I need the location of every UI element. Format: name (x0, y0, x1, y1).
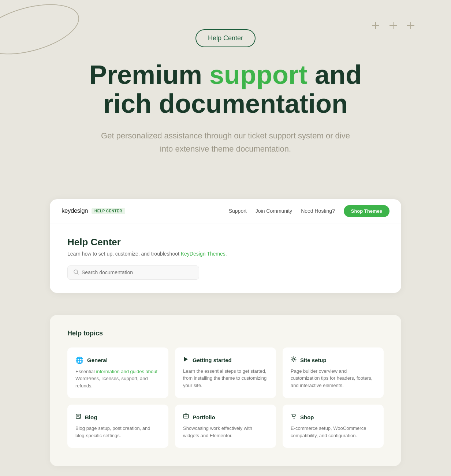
topic-title-portfolio: Portfolio (193, 414, 215, 420)
topic-desc-blog: Blog page setup, post creation, and blog… (75, 425, 160, 439)
help-desc-pre: Learn how to set up, customize, and trou… (67, 251, 181, 257)
oval-decoration (0, 0, 85, 64)
topic-desc-general: Essential information and guides about W… (75, 368, 160, 390)
hero-title: Premium support and rich documentation (79, 60, 372, 118)
topic-card-header-portfolio: Portfolio (183, 413, 268, 421)
general-icon: 🌐 (75, 356, 83, 364)
help-desc-link[interactable]: KeyDesign Themes (181, 251, 225, 257)
logo-text: keydesign (61, 207, 88, 215)
topic-desc-portfolio: Showcasing work effectively with widgets… (183, 425, 268, 439)
svg-point-3 (293, 358, 295, 360)
topic-card-getting-started[interactable]: Getting started Learn the essential step… (175, 347, 276, 398)
topics-section: Help topics 🌐 General Essential informat… (50, 315, 401, 466)
shop-themes-button[interactable]: Shop Themes (344, 205, 390, 217)
topic-card-portfolio[interactable]: Portfolio Showcasing work effectively wi… (175, 405, 276, 448)
logo-name: keydesign (61, 207, 88, 214)
logo-area: keydesign HELP CENTER (61, 207, 125, 215)
topic-title-site-setup: Site setup (300, 357, 327, 363)
cross-icon-2 (390, 22, 397, 29)
nav-link-support[interactable]: Support (229, 208, 247, 214)
search-input[interactable] (82, 269, 193, 275)
help-center-content: Help Center Learn how to set up, customi… (50, 223, 401, 293)
svg-rect-9 (184, 416, 186, 417)
cross-icon-3 (407, 22, 414, 29)
topic-card-site-setup[interactable]: Site setup Page builder overview and cus… (283, 347, 384, 398)
main-card: keydesign HELP CENTER Support Join Commu… (50, 199, 401, 293)
search-box[interactable] (67, 265, 199, 280)
topic-desc-site-setup: Page builder overview and customization … (291, 368, 376, 389)
topic-title-general: General (87, 357, 108, 363)
topic-card-blog[interactable]: Blog Blog page setup, post creation, and… (67, 405, 168, 448)
site-setup-icon (291, 356, 297, 364)
hero-badge: Help Center (195, 29, 256, 47)
navbar: keydesign HELP CENTER Support Join Commu… (50, 199, 401, 223)
hero-title-green: support (209, 60, 308, 89)
topic-card-header-getting-started: Getting started (183, 356, 268, 364)
topic-title-blog: Blog (85, 414, 97, 420)
topics-title: Help topics (67, 330, 384, 337)
portfolio-icon (183, 413, 189, 421)
general-link[interactable]: information and guides about (96, 369, 157, 374)
topic-card-header-general: 🌐 General (75, 356, 160, 364)
svg-rect-10 (186, 416, 188, 417)
svg-rect-4 (76, 414, 81, 419)
topic-card-header-blog: Blog (75, 413, 160, 421)
svg-line-1 (77, 273, 78, 274)
topics-grid: 🌐 General Essential information and guid… (67, 347, 384, 448)
help-content-title: Help Center (67, 237, 384, 248)
page-wrapper: Help Center Premium support and rich doc… (0, 0, 451, 476)
topic-desc-shop: E-commerce setup, WooCommerce compatibil… (291, 425, 376, 439)
hero-section: Help Center Premium support and rich doc… (0, 0, 451, 199)
topic-card-header-site-setup: Site setup (291, 356, 376, 364)
search-icon (74, 269, 79, 276)
topic-card-header-shop: Shop (291, 413, 376, 421)
hero-title-part1: Premium (89, 60, 209, 89)
svg-point-11 (293, 418, 294, 419)
cross-icon-1 (372, 22, 379, 29)
topic-card-shop[interactable]: Shop E-commerce setup, WooCommerce compa… (283, 405, 384, 448)
topic-title-shop: Shop (300, 414, 314, 420)
nav-link-community[interactable]: Join Community (256, 208, 292, 214)
nav-link-hosting[interactable]: Need Hosting? (301, 208, 335, 214)
topic-card-general[interactable]: 🌐 General Essential information and guid… (67, 347, 168, 398)
help-content-desc: Learn how to set up, customize, and trou… (67, 251, 384, 257)
cross-decorations (372, 22, 414, 29)
help-desc-post: . (225, 251, 227, 257)
nav-links: Support Join Community Need Hosting? Sho… (229, 205, 390, 217)
shop-icon (291, 413, 297, 421)
svg-marker-2 (184, 357, 188, 361)
hero-subtitle: Get personalized assistance through our … (101, 129, 350, 155)
topic-title-getting-started: Getting started (193, 357, 232, 363)
blog-icon (75, 413, 81, 421)
topic-desc-getting-started: Learn the essential steps to get started… (183, 368, 268, 389)
nav-help-badge: HELP CENTER (92, 208, 125, 214)
getting-started-icon (183, 356, 189, 364)
svg-point-12 (294, 418, 295, 419)
